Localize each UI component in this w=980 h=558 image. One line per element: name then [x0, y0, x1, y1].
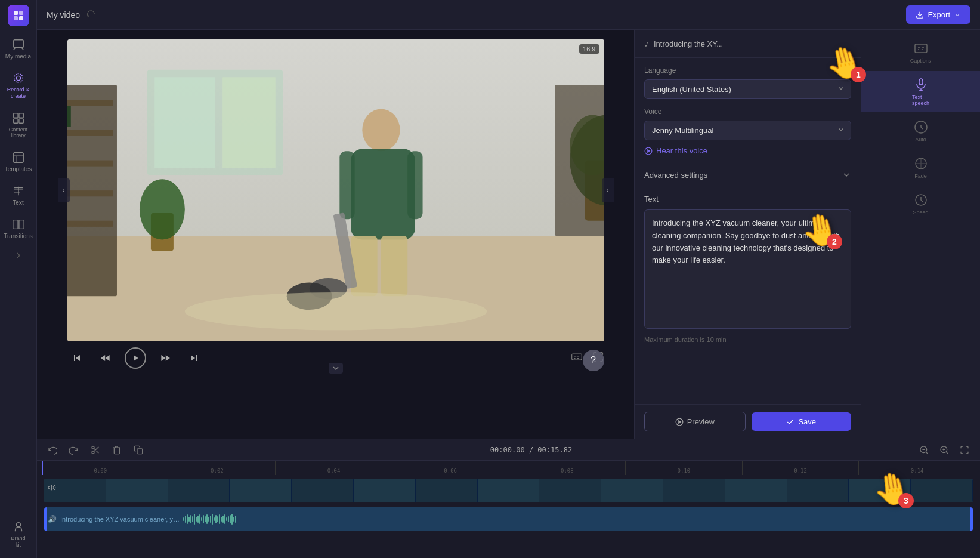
panel-item-speed[interactable]: Speed — [861, 186, 980, 221]
auto-icon — [913, 119, 929, 135]
skip-to-end-button[interactable] — [184, 349, 203, 368]
svg-rect-2 — [14, 16, 18, 20]
sidebar-item-content-library[interactable]: Contentlibrary — [0, 107, 36, 144]
scroll-down-button[interactable] — [329, 363, 343, 374]
panel-item-text-speech[interactable]: Textspeech — [861, 71, 980, 112]
sidebar-item-transitions[interactable]: Transitions — [0, 213, 36, 244]
ruler-mark-0: 0:00 — [42, 461, 159, 475]
right-panel-toggle[interactable]: › — [602, 178, 614, 202]
help-button[interactable]: ? — [583, 350, 604, 371]
language-label: Language — [644, 66, 851, 75]
film-frame — [106, 479, 168, 502]
save-button[interactable]: Save — [752, 412, 852, 431]
svg-rect-51 — [915, 44, 927, 53]
app-logo[interactable] — [8, 5, 29, 26]
voice-select-wrapper: Jenny Multilingual — [644, 121, 851, 140]
skip-to-start-button[interactable] — [67, 349, 86, 368]
duplicate-button[interactable] — [130, 442, 147, 458]
svg-rect-7 — [13, 113, 17, 117]
panel-item-fade[interactable]: Fade — [861, 150, 980, 185]
max-duration-label: Maximum duration is 10 min — [644, 336, 851, 343]
ruler-mark-5: 0:10 — [625, 461, 742, 475]
ruler-marks: 0:00 0:02 0:04 0:06 0:08 0:10 0:12 0:14 — [42, 461, 975, 475]
panel-item-captions[interactable]: Captions — [861, 35, 980, 70]
left-sidebar: My media Record &create Contentlibrary T… — [0, 0, 37, 558]
captions-icon — [913, 41, 929, 56]
video-frame — [67, 39, 604, 341]
redo-button[interactable] — [66, 442, 82, 458]
voice-select[interactable]: Jenny Multilingual — [644, 121, 851, 140]
cut-button[interactable] — [87, 442, 104, 458]
caption-toggle-button[interactable] — [571, 351, 583, 365]
language-select[interactable]: English (United States) — [644, 79, 851, 99]
timeline-toolbar: 00:00.00 / 00:15.82 — [37, 439, 980, 461]
advanced-settings-row[interactable]: Advanced settings — [635, 164, 861, 186]
undo-button[interactable] — [44, 442, 61, 458]
ruler-mark-1: 0:02 — [159, 461, 276, 475]
auto-label: Auto — [915, 137, 926, 143]
video-canvas: 16:9 — [37, 30, 634, 439]
play-pause-button[interactable] — [125, 347, 146, 369]
sidebar-item-my-media[interactable]: My media — [0, 33, 36, 64]
voice-label: Voice — [644, 107, 851, 116]
left-panel-toggle[interactable]: ‹ — [58, 178, 70, 202]
svg-rect-32 — [555, 85, 604, 236]
svg-rect-13 — [18, 220, 23, 229]
svg-line-62 — [926, 452, 928, 454]
zoom-out-button[interactable] — [916, 442, 932, 458]
svg-rect-17 — [67, 100, 113, 106]
svg-point-14 — [16, 523, 20, 527]
sidebar-label-transitions: Transitions — [4, 233, 33, 239]
video-wrapper: 16:9 — [67, 39, 604, 341]
sidebar-collapse-btn[interactable] — [14, 251, 23, 260]
svg-rect-19 — [67, 161, 113, 167]
text-section: Text Introducing the XYZ vacuum cleaner,… — [635, 186, 861, 404]
svg-line-59 — [94, 448, 95, 450]
audio-clip[interactable]: 🔊 Introducing the XYZ vacuum cleaner, yo… — [44, 507, 973, 531]
svg-point-56 — [92, 451, 94, 454]
svg-point-5 — [16, 76, 20, 80]
export-label: Export — [928, 10, 950, 19]
music-icon: ♪ — [644, 38, 649, 49]
video-track-label — [48, 483, 56, 492]
rewind-button[interactable] — [96, 349, 115, 368]
fit-timeline-button[interactable] — [956, 442, 973, 458]
svg-rect-37 — [407, 151, 422, 219]
film-frame — [539, 479, 601, 502]
audio-clip-start-marker — [44, 507, 47, 531]
sync-icon — [87, 10, 98, 20]
sidebar-item-text[interactable]: Text — [0, 180, 36, 211]
svg-rect-39 — [381, 236, 407, 296]
video-title: My video — [47, 10, 80, 20]
hear-voice-button[interactable]: Hear this voice — [644, 146, 707, 155]
audio-clip-end-marker — [970, 507, 973, 531]
captions-label: Captions — [910, 58, 932, 64]
svg-point-43 — [184, 292, 486, 330]
ruler-mark-2: 0:04 — [275, 461, 392, 475]
svg-rect-10 — [18, 119, 23, 123]
sidebar-label-brand-kit: Brandkit — [11, 535, 25, 548]
svg-rect-21 — [67, 221, 113, 227]
video-clip[interactable] — [44, 479, 973, 502]
film-frame — [230, 479, 292, 502]
delete-button[interactable] — [109, 442, 125, 458]
fade-label: Fade — [914, 173, 927, 179]
zoom-in-button[interactable] — [936, 442, 953, 458]
tts-header-text: Introducing the XY... — [654, 39, 723, 48]
sidebar-item-brand-kit[interactable]: Brandkit — [0, 516, 36, 553]
panel-item-auto[interactable]: Auto — [861, 113, 980, 149]
sidebar-label-record-create: Record &create — [7, 87, 30, 100]
sidebar-item-templates[interactable]: Templates — [0, 146, 36, 177]
sidebar-item-record-create[interactable]: Record &create — [0, 67, 36, 104]
export-button[interactable]: Export — [906, 5, 970, 24]
svg-rect-9 — [13, 119, 17, 123]
main-area: My video Export 16:9 — [37, 0, 980, 558]
text-input[interactable]: Introducing the XYZ vacuum cleaner, your… — [644, 209, 851, 329]
sidebar-label-my-media: My media — [5, 53, 31, 60]
timeline-ruler: 0:00 0:02 0:04 0:06 0:08 0:10 0:12 0:14 — [37, 461, 980, 475]
svg-point-55 — [92, 446, 94, 449]
svg-point-45 — [139, 179, 184, 239]
preview-button[interactable]: Preview — [644, 412, 746, 431]
svg-marker-48 — [648, 149, 650, 152]
fast-forward-button[interactable] — [156, 349, 175, 368]
